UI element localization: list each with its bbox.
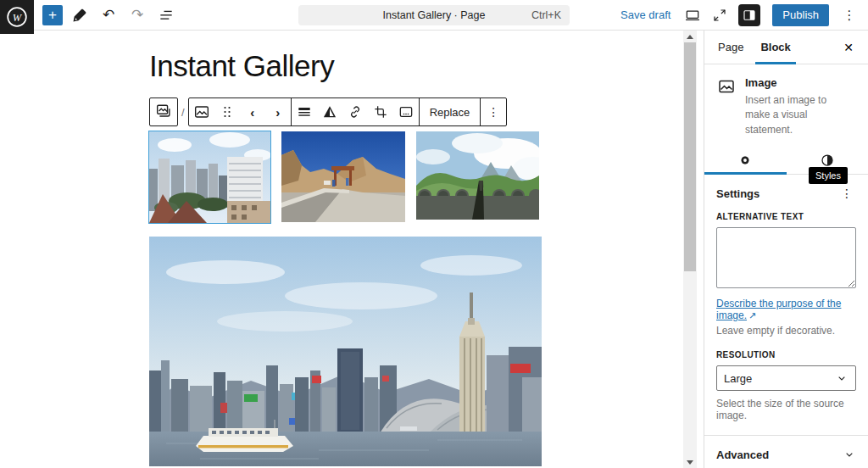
crop-icon[interactable] — [368, 98, 393, 125]
options-kebab-icon[interactable]: ⋮ — [837, 3, 861, 27]
resolution-help-text: Select the size of the source image. — [716, 398, 856, 421]
select-gallery-parent-icon[interactable] — [151, 98, 176, 125]
settings-sidebar: Page Block ✕ Image Insert an image to ma… — [704, 31, 868, 468]
close-sidebar-icon[interactable]: ✕ — [837, 36, 860, 58]
image-block-card-icon — [716, 76, 737, 97]
alternative-text-input[interactable] — [716, 227, 856, 288]
tab-settings-gear-icon[interactable] — [704, 146, 787, 174]
toolbar-right-group: Save draft Publish ⋮ — [620, 3, 868, 27]
align-icon[interactable] — [292, 98, 317, 125]
link-icon[interactable] — [342, 98, 368, 125]
publish-button[interactable]: Publish — [772, 4, 829, 26]
resolution-label: RESOLUTION — [716, 350, 856, 359]
scroll-down-arrow-icon[interactable] — [683, 456, 697, 468]
fullscreen-icon[interactable] — [708, 3, 732, 27]
alt-help-text: Leave empty if decorative. — [716, 325, 856, 337]
redo-button[interactable]: ↷ — [125, 3, 149, 27]
image-toolbar-group: ‹ › — [188, 98, 508, 126]
settings-section: Styles Settings ⋮ ALTERNATIVE TEXT Descr… — [704, 175, 868, 432]
chevron-down-icon — [843, 448, 856, 461]
toolbar-separator-slash: / — [178, 106, 188, 119]
edit-mode-pencil-icon[interactable] — [68, 3, 92, 27]
gallery-image-city-apartments[interactable] — [149, 131, 270, 223]
replace-button[interactable]: Replace — [420, 98, 481, 125]
preview-desktop-icon[interactable] — [681, 3, 704, 27]
external-link-icon: ↗ — [748, 310, 756, 321]
canvas-scrollbar[interactable] — [683, 31, 697, 468]
advanced-accordion[interactable]: Advanced — [704, 436, 868, 468]
chevron-down-icon — [835, 371, 849, 385]
block-options-kebab-icon[interactable]: ⋮ — [481, 98, 506, 125]
block-inserter-button[interactable]: + — [42, 5, 63, 25]
settings-sidebar-toggle[interactable] — [738, 4, 760, 26]
command-center-search[interactable]: Instant Gallery · Page Ctrl+K — [298, 5, 570, 25]
gallery-image-desert-road[interactable] — [281, 131, 405, 222]
list-view-icon[interactable] — [154, 3, 178, 27]
editor-canvas: Instant Gallery / — [0, 31, 704, 468]
block-card-description: Insert an image to make a visual stateme… — [745, 93, 854, 137]
svg-text:W: W — [13, 12, 23, 24]
styles-tooltip: Styles — [809, 167, 848, 184]
wordpress-logo-icon[interactable]: W — [0, 0, 34, 34]
alternative-text-label: ALTERNATIVE TEXT — [716, 212, 856, 221]
duotone-filter-icon[interactable] — [317, 98, 342, 125]
editor-workspace: Instant Gallery / — [0, 31, 868, 468]
resolution-select[interactable]: Large — [716, 365, 856, 391]
block-card-title: Image — [745, 76, 854, 89]
undo-button[interactable]: ↶ — [97, 3, 120, 27]
featured-image-hong-kong-skyline[interactable] — [149, 237, 542, 466]
gallery-block — [149, 131, 542, 223]
page-title[interactable]: Instant Gallery — [149, 49, 542, 83]
settings-options-kebab-icon[interactable]: ⋮ — [837, 185, 856, 202]
resolution-value: Large — [724, 372, 752, 385]
tab-page[interactable]: Page — [713, 31, 748, 64]
image-block-toolbar: / ‹ — [149, 98, 542, 126]
settings-heading: Settings — [716, 187, 760, 200]
drag-handle-icon[interactable] — [214, 98, 240, 125]
save-draft-button[interactable]: Save draft — [620, 8, 670, 21]
command-shortcut: Ctrl+K — [531, 9, 561, 21]
editor-top-bar: W + ↶ ↷ Instant Gallery · Page Ctrl+K Sa… — [0, 0, 868, 31]
gallery-image-fort-wall[interactable] — [416, 131, 539, 220]
caption-icon[interactable] — [393, 98, 419, 125]
scrollbar-thumb[interactable] — [684, 42, 696, 271]
toolbar-left-group: + ↶ ↷ — [42, 3, 178, 27]
tab-block[interactable]: Block — [755, 31, 795, 64]
image-block-icon[interactable] — [189, 98, 214, 125]
describe-purpose-link[interactable]: Describe the purpose of the image.↗ — [716, 298, 856, 321]
scroll-up-arrow-icon[interactable] — [683, 31, 697, 42]
sidebar-tabs: Page Block ✕ — [704, 31, 868, 64]
command-title: Instant Gallery · Page — [383, 9, 486, 21]
move-right-icon[interactable]: › — [265, 98, 291, 125]
block-card: Image Insert an image to make a visual s… — [704, 64, 868, 146]
move-left-icon[interactable]: ‹ — [240, 98, 265, 125]
advanced-label: Advanced — [716, 448, 769, 461]
